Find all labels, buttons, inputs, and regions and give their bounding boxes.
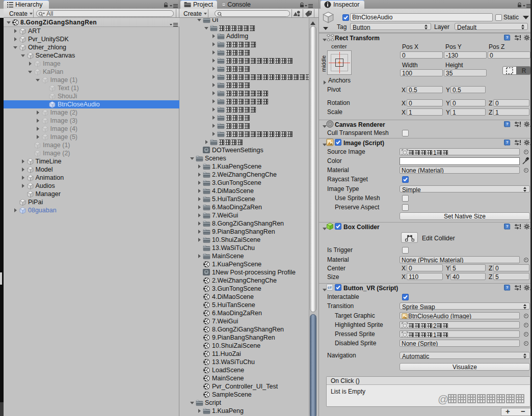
svg-text:?: ? xyxy=(506,224,509,229)
svg-text:?: ? xyxy=(506,122,509,126)
svg-text:c#: c# xyxy=(328,286,332,289)
svg-text:?: ? xyxy=(506,140,509,145)
svg-text:?: ? xyxy=(506,285,509,290)
svg-text:?: ? xyxy=(506,35,509,40)
